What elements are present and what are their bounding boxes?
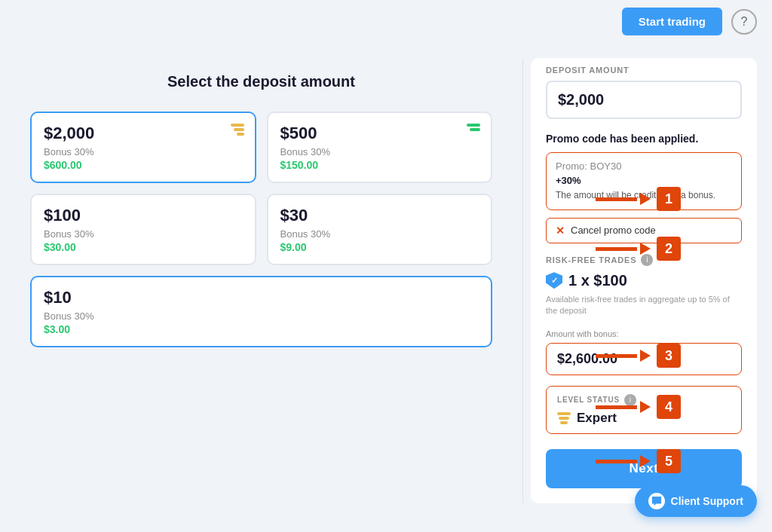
deposit-card-bonus-value: $600.00: [44, 159, 243, 171]
panel-divider: [522, 58, 523, 503]
client-support-label: Client Support: [671, 495, 743, 507]
risk-free-label: RISK-FREE TRADES: [546, 255, 636, 264]
deposit-card-amount: $100: [44, 206, 243, 225]
deposit-card-2000[interactable]: $2,000 Bonus 30% $600.00: [30, 112, 256, 183]
cancel-promo-button[interactable]: ✕ Cancel promo code: [546, 218, 742, 243]
level-status-text: Expert: [577, 411, 617, 426]
deposit-amount-input[interactable]: [546, 81, 742, 119]
deposit-card-500[interactable]: $500 Bonus 30% $150.00: [267, 112, 493, 183]
deposit-card-amount: $30: [280, 206, 479, 225]
gold-stack-icon: [231, 124, 244, 136]
main-layout: Select the deposit amount $2,000 Bonus 3…: [0, 43, 772, 518]
deposit-card-bonus-label: Bonus 30%: [280, 228, 479, 240]
cancel-promo-label: Cancel promo code: [571, 225, 656, 236]
right-panel: DEPOSIT AMOUNT Promo code has been appli…: [531, 58, 757, 503]
amount-bonus-input[interactable]: [546, 343, 742, 375]
deposit-card-bonus-value: $30.00: [44, 241, 243, 253]
left-panel: Select the deposit amount $2,000 Bonus 3…: [15, 58, 515, 503]
deposit-grid: $2,000 Bonus 30% $600.00 $500 Bonus 30% …: [30, 112, 492, 347]
promo-box: Promo: BOY30 +30% The amount will be cre…: [546, 152, 742, 210]
help-icon-button[interactable]: ?: [731, 9, 757, 35]
next-button[interactable]: Next: [546, 449, 742, 488]
deposit-card-amount: $500: [280, 124, 479, 143]
start-trading-button[interactable]: Start trading: [622, 8, 722, 35]
level-status-box: LEVEL STATUS i Expert: [546, 386, 742, 434]
level-status-header: LEVEL STATUS i: [557, 394, 731, 406]
risk-free-value: ✓ 1 x $100: [546, 272, 742, 289]
deposit-card-amount: $10: [44, 288, 479, 307]
deposit-card-100[interactable]: $100 Bonus 30% $30.00: [30, 194, 256, 265]
deposit-card-bonus-label: Bonus 30%: [280, 146, 479, 157]
amount-bonus-label: Amount with bonus:: [546, 329, 742, 338]
deposit-card-10[interactable]: $10 Bonus 30% $3.00: [30, 276, 492, 347]
risk-free-note: Available risk-free trades in aggregate …: [546, 294, 742, 317]
deposit-card-bonus-label: Bonus 30%: [44, 146, 243, 157]
chat-svg-icon: [651, 496, 662, 506]
risk-free-header: RISK-FREE TRADES i: [546, 254, 742, 266]
cancel-x-icon: ✕: [556, 225, 565, 237]
deposit-amount-label: DEPOSIT AMOUNT: [546, 66, 742, 75]
deposit-card-bonus-value: $9.00: [280, 241, 479, 253]
promo-applied-text: Promo code has been applied.: [546, 133, 742, 145]
chat-bubble-icon: [648, 493, 665, 509]
green-stack-icon: [467, 124, 480, 131]
deposit-card-bonus-label: Bonus 30%: [44, 228, 243, 240]
level-status-label: LEVEL STATUS: [557, 396, 620, 404]
client-support-button[interactable]: Client Support: [635, 485, 757, 517]
risk-free-amount: 1 x $100: [568, 272, 627, 289]
promo-description: The amount will be credited as a bonus.: [556, 189, 732, 202]
promo-percent: +30%: [556, 175, 732, 186]
deposit-card-bonus-value: $150.00: [280, 159, 479, 171]
panel-title: Select the deposit amount: [30, 73, 492, 90]
level-status-info-icon[interactable]: i: [624, 394, 636, 406]
topbar: Start trading ?: [0, 0, 772, 43]
deposit-card-bonus-value: $3.00: [44, 323, 479, 335]
expert-icon: [557, 412, 571, 424]
risk-free-info-icon[interactable]: i: [641, 254, 653, 266]
deposit-card-bonus-label: Bonus 30%: [44, 310, 479, 322]
promo-code-label: Promo: BOY30: [556, 161, 732, 172]
deposit-card-30[interactable]: $30 Bonus 30% $9.00: [267, 194, 493, 265]
level-status-value: Expert: [557, 411, 731, 426]
question-mark-icon: ?: [741, 15, 748, 29]
deposit-card-amount: $2,000: [44, 124, 243, 143]
